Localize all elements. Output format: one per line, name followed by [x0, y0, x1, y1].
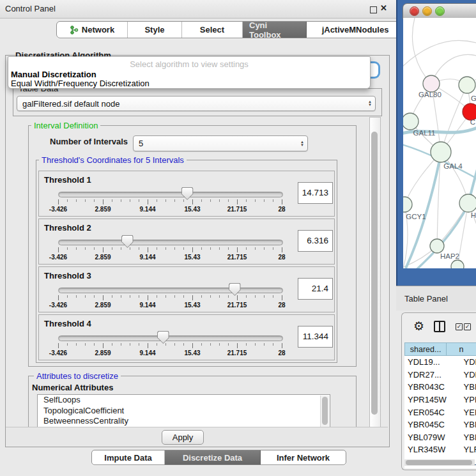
number-of-intervals-value: 5	[134, 139, 297, 148]
slider-tick	[139, 343, 139, 346]
number-of-intervals-combo[interactable]: 5 ▲▼	[133, 135, 308, 151]
checkbox-icon[interactable]: ✓	[464, 323, 471, 330]
list-scrollbar-thumb[interactable]	[322, 397, 328, 425]
list-scrollbar[interactable]	[320, 395, 329, 427]
network-node[interactable]	[403, 113, 418, 130]
table-row[interactable]: YDR27...YDR2	[404, 369, 476, 381]
table-cell[interactable]: YBR0	[461, 418, 476, 431]
attribute-item[interactable]: TopologicalCoefficient	[38, 406, 330, 417]
threshold-slider[interactable]: -3.4262.8599.14415.4321.71528	[58, 284, 282, 309]
dropdown-option-manual[interactable]: Manual Discretization	[11, 70, 96, 79]
network-node[interactable]	[459, 77, 475, 93]
network-node[interactable]	[430, 239, 444, 253]
network-view-canvas[interactable]: GAL80G.CGAL11GAL4GCY1HHAP2	[403, 18, 476, 268]
table-cell[interactable]: YBR043C	[404, 381, 461, 394]
slider-thumb[interactable]	[157, 331, 169, 344]
slider-track[interactable]	[58, 335, 283, 341]
slider-tick	[103, 199, 104, 204]
float-window-icon[interactable]	[370, 6, 377, 13]
column-header-shared-name[interactable]: shared...	[404, 342, 447, 356]
network-node[interactable]	[451, 260, 464, 268]
network-node[interactable]	[403, 197, 412, 212]
table-cell[interactable]: YER0	[461, 406, 476, 418]
attribute-item[interactable]: BetweennessCentrality	[38, 416, 330, 427]
threshold-value-field[interactable]: 14.713	[298, 182, 333, 204]
table-cell[interactable]: YLR3	[461, 443, 476, 456]
tab-cyni-toolbox[interactable]: Cyni Toolbox	[243, 22, 307, 38]
table-cell[interactable]: YDR27...	[404, 369, 461, 381]
table-cell[interactable]: YBL079W	[404, 431, 461, 444]
content-vertical-scrollbar[interactable]	[369, 117, 381, 427]
table-row[interactable]: YBR045CYBR0	[404, 418, 476, 431]
tab-impute-data[interactable]: Impute Data	[92, 450, 165, 464]
slider-tick	[148, 343, 148, 348]
scrollbar-thumb[interactable]	[371, 132, 378, 415]
slider-thumb[interactable]	[229, 283, 241, 296]
close-traffic-light-icon[interactable]	[410, 6, 419, 16]
threshold-slider[interactable]: -3.4262.8599.14415.4321.71528	[58, 332, 282, 357]
threshold-value-field[interactable]: 11.344	[298, 326, 333, 348]
slider-thumb[interactable]	[121, 235, 134, 248]
slider-tick-label: 2.859	[95, 254, 111, 261]
slider-tick-label: 21.715	[227, 302, 247, 309]
tab-jactivemnodules[interactable]: jActiveMNodules	[307, 22, 404, 38]
slider-track[interactable]	[58, 288, 283, 293]
table-cell[interactable]: YER054C	[404, 406, 461, 418]
network-node[interactable]	[459, 194, 476, 212]
threshold-value-field[interactable]: 6.316	[298, 230, 333, 252]
table-cell[interactable]: YLR345W	[404, 443, 461, 456]
table-cell[interactable]: YBR0	[461, 381, 476, 394]
tab-discretize-data[interactable]: Discretize Data	[165, 450, 261, 464]
network-node[interactable]	[423, 75, 440, 92]
tab-select[interactable]: Select	[182, 22, 243, 38]
slider-tick	[148, 247, 148, 252]
slider-tick	[121, 247, 121, 250]
columns-icon[interactable]	[434, 321, 445, 332]
slider-tick	[121, 343, 121, 346]
table-data-combo[interactable]: galFiltered.sif default node ▲▼	[17, 96, 376, 111]
table-cell[interactable]: YBR045C	[404, 418, 461, 431]
threshold-value-field[interactable]: 21.4	[298, 278, 333, 300]
minimize-traffic-light-icon[interactable]	[422, 6, 432, 16]
dropdown-option-equal-width[interactable]: Equal Width/Frequency Discretization	[11, 79, 150, 88]
table-row[interactable]: YER054CYER0	[404, 406, 476, 418]
table-cell[interactable]: YDL19...	[404, 356, 461, 369]
numerical-attributes-list[interactable]: SelfLoopsTopologicalCoefficientBetweenne…	[37, 394, 330, 428]
threshold-slider[interactable]: -3.4262.8599.14415.4321.71528	[58, 188, 282, 213]
slider-tick	[76, 199, 77, 202]
table-row[interactable]: YPR145WYPR1	[404, 394, 476, 406]
tab-style[interactable]: Style	[128, 22, 182, 38]
apply-button[interactable]: Apply	[162, 430, 204, 445]
zoom-traffic-light-icon[interactable]	[435, 6, 445, 16]
table-row[interactable]: YLR345WYLR3	[404, 443, 476, 456]
slider-track[interactable]	[58, 240, 283, 245]
close-icon[interactable]: ✕	[380, 3, 387, 13]
table-cell[interactable]: YPR145W	[404, 394, 461, 406]
attribute-item[interactable]: SelfLoops	[38, 395, 330, 406]
table-row[interactable]: YBR043CYBR0	[404, 381, 476, 394]
network-window-titlebar[interactable]	[403, 3, 476, 19]
table-cell[interactable]: YDL1	[461, 356, 476, 369]
table-cell[interactable]: YDR2	[461, 369, 476, 381]
tab-infer-network[interactable]: Infer Network	[261, 450, 346, 464]
scrollbar-thumb[interactable]	[406, 460, 472, 465]
table-cell[interactable]: YPR1	[461, 394, 476, 406]
gear-icon[interactable]: ⚙	[413, 319, 424, 334]
threshold-slider[interactable]: -3.4262.8599.14415.4321.71528	[58, 236, 282, 261]
table-cell[interactable]: YBL0	[461, 431, 476, 444]
column-header-name[interactable]: n	[447, 342, 476, 356]
checkbox-icon[interactable]: ✓	[456, 323, 463, 330]
slider-tick	[130, 247, 130, 250]
slider-track[interactable]	[58, 192, 283, 197]
table-horizontal-scrollbar[interactable]	[404, 459, 475, 466]
slider-tick	[255, 343, 256, 346]
slider-thumb[interactable]	[181, 187, 194, 200]
table-panel-header: Table Panel	[396, 286, 476, 311]
table-row[interactable]: YDL19...YDL1	[404, 356, 476, 369]
tab-network[interactable]: Network	[57, 22, 128, 38]
slider-tick-labels: -3.4262.8599.14415.4321.71528	[58, 349, 282, 357]
threshold-value: 21.4	[312, 279, 328, 299]
tab-discretize-data-label: Discretize Data	[183, 453, 242, 463]
network-node[interactable]	[431, 142, 451, 162]
table-row[interactable]: YBL079WYBL0	[404, 431, 476, 444]
